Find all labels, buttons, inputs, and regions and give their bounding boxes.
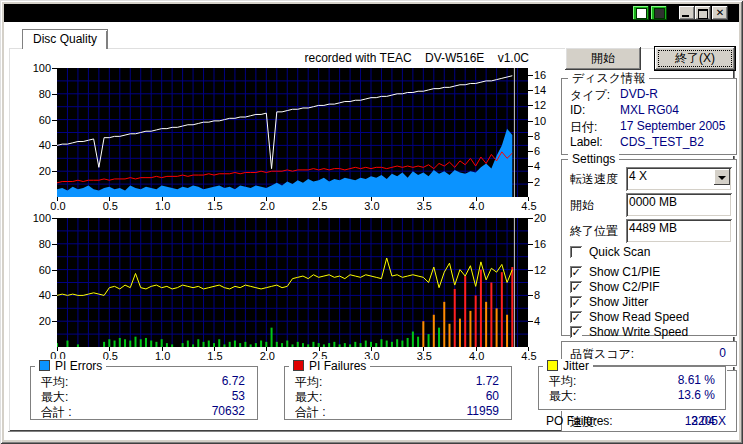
pi-failures-legend: PI Failures: [289, 359, 370, 373]
axis-tick: [52, 321, 57, 322]
y-left-tick-label: 60: [23, 264, 51, 276]
content-area: Disc Quality recorded with TEAC DV-W516E…: [4, 22, 739, 440]
x-tick-label: 3.0: [361, 200, 383, 212]
y-left-tick-label: 20: [23, 315, 51, 327]
axis-tick: [52, 68, 57, 69]
axis-tick: [528, 347, 529, 351]
axis-tick: [476, 197, 477, 201]
axis-tick: [528, 270, 533, 271]
y-right-tick-label: 16: [534, 69, 560, 81]
maximize-icon: [698, 9, 708, 19]
x-tick-label: 3.5: [413, 200, 435, 212]
y-right-tick-label: 8: [534, 289, 560, 301]
y-left-tick-label: 40: [23, 289, 51, 301]
graph-icon-button[interactable]: [633, 6, 649, 20]
pi-errors-legend-label: PI Errors: [55, 359, 102, 373]
pif-jitter-chart: [57, 218, 528, 347]
maximize-button[interactable]: [695, 6, 711, 20]
y-right-tick-label: 16: [534, 238, 560, 250]
y-left-tick-label: 80: [23, 238, 51, 250]
y-right-tick-label: 8: [534, 130, 560, 142]
axis-tick: [528, 75, 533, 76]
y-right-tick-label: 4: [534, 315, 560, 327]
po-failures-value: 12205: [634, 414, 718, 428]
y-right-tick-label: 12: [534, 264, 560, 276]
y-left-tick-label: 20: [23, 165, 51, 177]
axis-tick: [266, 197, 267, 201]
po-failures-label: PO Failures:: [546, 414, 613, 428]
axis-tick: [528, 136, 533, 137]
close-icon: ✕: [716, 7, 724, 18]
axis-tick: [57, 197, 58, 201]
x-tick-label: 1.5: [204, 200, 226, 212]
x-tick-label: 1.5: [204, 350, 226, 362]
y-right-tick-label: 6: [534, 145, 560, 157]
axis-tick: [423, 197, 424, 201]
jitter-legend: Jitter: [543, 359, 593, 373]
close-button[interactable]: ✕: [712, 6, 728, 20]
axis-tick: [528, 182, 533, 183]
minimize-icon: [682, 15, 689, 17]
x-tick-label: 2.0: [256, 200, 278, 212]
axis-tick: [52, 171, 57, 172]
x-tick-label: 2.5: [309, 200, 331, 212]
axis-tick: [52, 94, 57, 95]
x-tick-label: 4.5: [518, 200, 540, 212]
disc-icon: [654, 8, 665, 19]
y-right-tick-label: 2: [534, 176, 560, 188]
y-right-tick-label: 12: [534, 99, 560, 111]
axis-tick: [52, 145, 57, 146]
y-left-tick-label: 100: [23, 62, 51, 74]
disc-icon-button[interactable]: [651, 6, 667, 20]
axis-tick: [52, 295, 57, 296]
minimize-button[interactable]: [679, 6, 695, 20]
y-left-tick-label: 80: [23, 88, 51, 100]
axis-tick: [528, 218, 533, 219]
axis-tick: [528, 90, 533, 91]
axis-tick: [266, 347, 267, 351]
y-right-tick-label: 20: [534, 212, 560, 224]
x-tick-label: 4.0: [466, 200, 488, 212]
tab-disc-quality[interactable]: Disc Quality: [22, 29, 108, 49]
y-right-tick-label: 14: [534, 84, 560, 96]
window: CD Speed : Disc Quality Test - BENQ DVD …: [0, 0, 743, 444]
x-tick-label: 2.0: [256, 350, 278, 362]
axis-tick: [57, 347, 58, 351]
pi-errors-legend: PI Errors: [35, 359, 106, 373]
axis-tick: [52, 270, 57, 271]
y-right-tick-label: 10: [534, 115, 560, 127]
y-left-tick-label: 40: [23, 139, 51, 151]
axis-tick: [528, 197, 529, 201]
x-tick-label: 1.0: [152, 200, 174, 212]
axis-tick: [528, 105, 533, 106]
axis-tick: [52, 120, 57, 121]
axis-tick: [162, 347, 163, 351]
charts-layer: 100806040201614121086420.00.51.01.52.02.…: [4, 22, 739, 444]
y-right-tick-label: 4: [534, 160, 560, 172]
x-tick-label: 1.0: [152, 350, 174, 362]
axis-tick: [528, 121, 533, 122]
pi-errors-chart: [57, 68, 528, 197]
axis-tick: [109, 197, 110, 201]
x-tick-label: 3.5: [413, 350, 435, 362]
title-bar[interactable]: CD Speed : Disc Quality Test - BENQ DVD …: [4, 4, 739, 22]
x-tick-label: 0.0: [47, 200, 69, 212]
y-left-tick-label: 60: [23, 114, 51, 126]
axis-tick: [319, 347, 320, 351]
axis-tick: [528, 295, 533, 296]
axis-tick: [528, 151, 533, 152]
pi-failures-color-icon: [293, 360, 304, 371]
y-left-tick-label: 100: [23, 212, 51, 224]
axis-tick: [109, 347, 110, 351]
axis-tick: [528, 244, 533, 245]
axis-tick: [319, 197, 320, 201]
x-tick-label: 4.5: [518, 350, 540, 362]
graph-icon: [636, 8, 647, 19]
axis-tick: [528, 166, 533, 167]
axis-tick: [162, 197, 163, 201]
pi-failures-legend-label: PI Failures: [309, 359, 366, 373]
axis-tick: [476, 347, 477, 351]
axis-tick: [528, 321, 533, 322]
axis-tick: [52, 218, 57, 219]
tab-label: Disc Quality: [33, 32, 97, 46]
